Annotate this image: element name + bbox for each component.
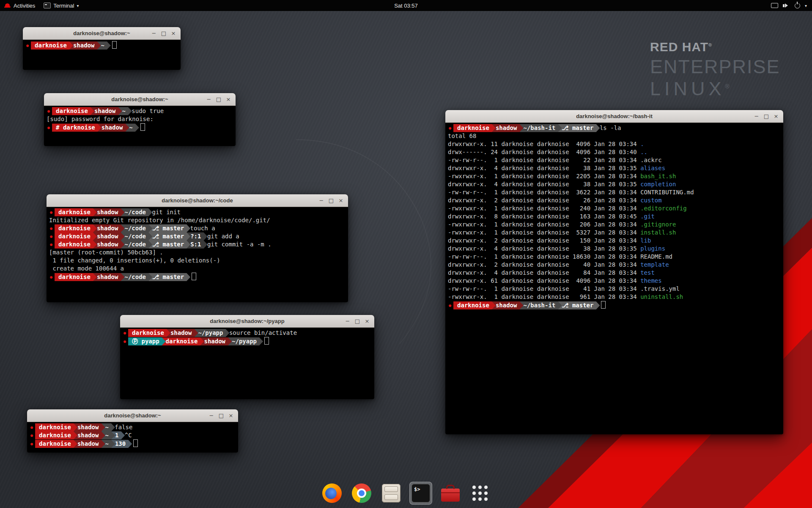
output-text: drwx------. 24 darknoise darknoise 4096 … (448, 149, 640, 155)
terminal-line: -rwxrwxr-x. 1 darknoise darknoise 961 Ja… (448, 293, 781, 301)
activities-button[interactable]: Activities (0, 0, 39, 11)
terminal-content[interactable]: ●darknoiseshadow~ false●darknoiseshadow~… (27, 422, 238, 453)
minimize-button[interactable]: − (752, 112, 761, 121)
registered-mark: ® (708, 42, 712, 47)
window-controls: − □ × (205, 95, 236, 104)
prompt-git-segment: ⎇ master (148, 224, 190, 232)
registered-mark: ® (725, 83, 730, 90)
maximize-button[interactable]: □ (327, 196, 335, 205)
close-button[interactable]: × (227, 411, 235, 420)
maximize-button[interactable]: □ (353, 317, 362, 326)
dock: $> (321, 482, 491, 505)
maximize-button[interactable]: □ (214, 95, 223, 104)
window-title: darknoise@shadow:~/bash-it (445, 113, 783, 119)
titlebar[interactable]: darknoise@shadow:~ − □ × (23, 27, 181, 40)
directory-name: . (640, 141, 644, 147)
prompt-host-segment: shadow (93, 208, 125, 216)
titlebar[interactable]: darknoise@shadow:~ − □ × (44, 93, 236, 106)
output-text: drwxrwxr-x. 11 darknoise darknoise 4096 … (448, 141, 640, 147)
dock-terminal-icon[interactable]: $> (409, 482, 432, 505)
maximize-button[interactable]: □ (217, 411, 225, 420)
prompt-path-segment: ~/code (121, 208, 152, 216)
prompt-user-segment: darknoise (128, 329, 170, 337)
terminal-line: create mode 100644 a (49, 265, 346, 273)
terminal-content[interactable]: ●darknoiseshadow~ sudo true[sudo] passwo… (44, 106, 236, 146)
output-text: -rwxrwxr-x. 1 darknoise darknoise 2205 J… (448, 173, 640, 179)
clock[interactable]: Sat 03:57 (394, 3, 418, 9)
dock-appgrid-icon[interactable] (469, 482, 491, 505)
output-text: [sudo] password for darknoise: (47, 116, 154, 122)
redhat-prompt-icon: ● (49, 234, 55, 239)
close-button[interactable]: × (169, 29, 178, 38)
window-controls: − □ × (343, 317, 374, 326)
directory-name: completion (640, 181, 676, 188)
dock-firefox-icon[interactable] (321, 482, 343, 505)
minimize-button[interactable]: − (150, 29, 158, 38)
terminal-line: drwxrwxr-x. 61 darknoise darknoise 4096 … (448, 277, 781, 285)
redhat-prompt-icon: ● (448, 126, 453, 130)
close-button[interactable]: × (772, 112, 780, 121)
terminal-line: ●darknoiseshadow~130 (30, 439, 236, 447)
prompt-path-segment: ~/bash-it (519, 124, 562, 132)
prompt-host-segment: shadow (74, 440, 105, 448)
minimize-button[interactable]: − (317, 196, 326, 205)
prompt-host-segment: shadow (93, 273, 125, 281)
prompt-user-segment: darknoise (35, 431, 77, 439)
executable-name: install.sh (640, 229, 676, 236)
output-text: drwxrwxr-x. 4 darknoise darknoise 84 Jan… (448, 269, 640, 276)
redhat-prompt-icon: ● (47, 125, 52, 130)
output-text: drwxrwxr-x. 4 darknoise darknoise 38 Jan… (448, 165, 640, 171)
prompt-user-segment: darknoise (35, 440, 77, 448)
chrome-icon (352, 483, 371, 503)
activities-label: Activities (14, 3, 35, 9)
prompt-path-segment: ~/bash-it (519, 301, 562, 309)
terminal-icon: $> (411, 484, 430, 502)
output-text: total 68 (448, 133, 476, 139)
prompt-host-segment: shadow (98, 124, 129, 132)
terminal-line: ●darknoiseshadow~/code⎇ master touch a (49, 224, 346, 232)
minimize-button[interactable]: − (207, 411, 216, 420)
app-menu-terminal[interactable]: Terminal ▾ (39, 0, 83, 11)
dock-software-icon[interactable] (439, 482, 462, 505)
prompt-host-segment: shadow (93, 240, 125, 248)
minimize-button[interactable]: − (343, 317, 352, 326)
maximize-button[interactable]: □ (159, 29, 168, 38)
branding-redhat: RED HAT® (650, 40, 780, 54)
prompt-user-segment: darknoise (31, 41, 73, 50)
dock-chrome-icon[interactable] (350, 482, 373, 505)
maximize-button[interactable]: □ (762, 112, 771, 121)
terminal-line: drwxrwxr-x. 2 darknoise darknoise 150 Ja… (448, 237, 781, 245)
branding-linux: LINUX® (650, 78, 780, 100)
executable-name: .editorconfig (640, 205, 687, 212)
close-button[interactable]: × (224, 95, 233, 104)
output-text: -rwxrwxr-x. 1 darknoise darknoise 5327 J… (448, 229, 640, 236)
terminal-line: 1 file changed, 0 insertions(+), 0 delet… (49, 257, 346, 265)
terminal-content[interactable]: ●darknoiseshadow~/code git initInitializ… (47, 207, 348, 302)
minimize-button[interactable]: − (205, 95, 213, 104)
redhat-prompt-icon: ● (49, 210, 55, 215)
titlebar[interactable]: darknoise@shadow:~/bash-it − □ × (445, 110, 783, 123)
prompt-venv-segment: ⓟ pyapp (128, 337, 166, 345)
terminal-content[interactable]: ●darknoiseshadow~ (23, 40, 181, 70)
titlebar[interactable]: darknoise@shadow:~ − □ × (27, 409, 238, 422)
prompt-git-segment: ⎇ master (148, 232, 190, 240)
close-button[interactable]: × (363, 317, 371, 326)
terminal-line: -rw-rw-r--. 1 darknoise darknoise 3622 J… (448, 188, 781, 196)
prompt-user-segment: darknoise (52, 107, 94, 115)
system-menu[interactable]: ▾ (766, 0, 812, 11)
directory-name: lib (640, 237, 651, 244)
app-grid-icon (471, 484, 489, 502)
titlebar[interactable]: darknoise@shadow:~/pyapp − □ × (120, 315, 374, 328)
terminal-content[interactable]: ●darknoiseshadow~/bash-it⎇ master ls -la… (445, 123, 783, 434)
terminal-content[interactable]: ●darknoiseshadow~/pyapp source bin/activ… (120, 328, 374, 399)
terminal-line: ●darknoiseshadow~/bash-it⎇ master ls -la (448, 124, 781, 132)
prompt-host-segment: shadow (69, 41, 101, 50)
icon-part (783, 4, 785, 7)
window-controls: − □ × (317, 196, 348, 205)
close-button[interactable]: × (337, 196, 345, 205)
directory-name: custom (640, 197, 662, 204)
prompt-user-segment: darknoise (162, 337, 204, 345)
titlebar[interactable]: darknoise@shadow:~/code − □ × (47, 194, 348, 207)
output-text: drwxrwxr-x. 4 darknoise darknoise 38 Jan… (448, 181, 640, 188)
dock-files-icon[interactable] (380, 482, 403, 505)
